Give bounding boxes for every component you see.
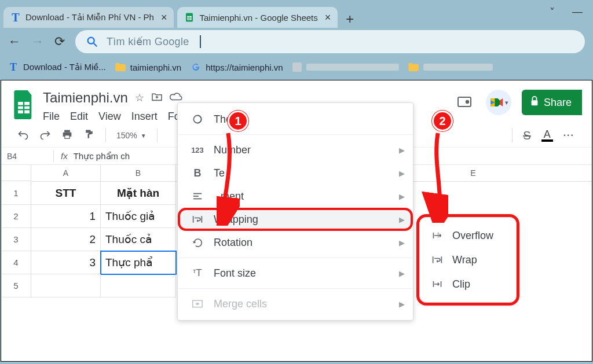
sheets-favicon [184,12,195,23]
bookmark-label: Download - Tải Miề... [23,62,106,72]
select-all-cell[interactable] [1,165,31,181]
column-header[interactable]: A [31,165,101,181]
formula-input[interactable]: Thực phẩm ch [74,151,130,161]
menu-item-number[interactable]: 123 Number ▶ [178,138,413,161]
divider [178,288,413,289]
menu-item-rotation[interactable]: Rotation ▶ [178,231,413,254]
menu-item-label: Overflow [452,230,493,242]
bookmark-link[interactable]: T Download - Tải Miề... [8,62,106,72]
text-cursor [200,35,201,48]
nav-reload-icon[interactable]: ⟳ [54,34,65,49]
callout-badge-1: 1 [228,111,248,131]
menu-item-theme[interactable]: Theme [178,108,413,131]
share-label: Share [544,97,572,109]
wrapping-submenu: Overflow Wrap Clip [419,217,517,303]
address-bar[interactable]: Tìm kiếm Google [75,30,585,53]
number-icon: 123 [191,146,204,155]
name-box[interactable]: B4 [1,152,46,161]
meet-button[interactable]: ▾ [486,90,511,115]
clip-icon [430,280,444,288]
cell[interactable]: Mặt hàn [101,182,176,205]
paint-format-icon[interactable] [83,128,95,142]
nav-forward-icon: → [31,34,44,49]
svg-rect-13 [65,135,69,139]
submenu-arrow-icon: ▶ [399,146,405,155]
window-minimize-icon[interactable]: — [572,6,583,19]
move-folder-icon[interactable] [151,92,163,104]
cell[interactable]: STT [31,182,101,205]
window-minimize-icon[interactable]: ˅ [550,6,555,19]
new-tab-button[interactable]: + [341,10,358,28]
row-header[interactable]: 5 [1,274,31,297]
submenu-arrow-icon: ▶ [399,238,405,247]
close-icon[interactable]: × [161,12,167,24]
menu-item-label: Font size [214,267,256,280]
menu-file[interactable]: File [43,111,60,123]
submenu-arrow-icon: ▶ [399,192,405,201]
menu-item-label: Number [214,144,251,156]
sheets-logo[interactable] [12,90,36,120]
column-header[interactable]: E [412,165,534,181]
column-header[interactable]: B [101,165,176,181]
undo-icon[interactable] [17,129,29,142]
bookmark-link[interactable] [292,62,399,72]
cell[interactable] [31,274,101,297]
svg-rect-10 [532,100,538,105]
cell[interactable]: Thuốc cả [101,228,176,251]
menu-item-label: Wrapping [214,214,258,226]
menu-item-fontsize[interactable]: тT Font size ▶ [178,262,413,285]
page-icon [292,62,302,72]
folder-icon [115,62,126,72]
print-icon[interactable] [61,129,73,142]
text-color-icon[interactable]: A [541,129,553,142]
fontsize-icon: тT [191,267,204,279]
bookmark-link[interactable] [408,62,493,72]
wrap-icon [191,215,204,224]
align-icon [191,192,204,200]
menu-item-label: Clip [452,278,470,291]
svg-point-5 [88,38,94,44]
browser-tab[interactable]: T Download - Tải Miễn Phí VN - Ph × [3,7,174,28]
more-toolbar-icon[interactable]: ··· [563,130,574,141]
menu-insert[interactable]: Insert [131,111,158,123]
redo-icon[interactable] [39,129,51,142]
divider [178,258,413,258]
bookmark-folder[interactable]: taimienphi.vn [115,62,181,72]
browser-tab[interactable]: Taimienphi.vn - Google Sheets × [177,7,338,28]
bookmark-link[interactable]: https://taimienphi.vn [191,62,283,72]
cell[interactable]: 2 [31,228,101,251]
menu-item-alignment[interactable]: Ament ▶ [178,185,413,208]
close-icon[interactable]: × [325,12,331,24]
search-placeholder: Tìm kiếm Google [107,35,189,48]
doc-title[interactable]: Taimienphi.vn [43,90,128,106]
svg-line-6 [94,43,97,47]
cell[interactable]: 3 [31,251,101,274]
row-header[interactable]: 3 [1,228,31,251]
menu-item-label: Wrap [452,254,477,266]
strikethrough-icon[interactable]: S [523,129,530,142]
row-header[interactable]: 4 [1,251,31,274]
search-icon [86,35,98,48]
svg-rect-4 [189,16,190,20]
menu-edit[interactable]: Edit [70,111,88,123]
submenu-item-overflow[interactable]: Overflow [420,223,516,248]
menu-item-label: Merge cells [214,298,267,310]
menu-item-text[interactable]: B Te ▶ [178,161,413,185]
star-icon[interactable]: ☆ [135,91,144,104]
row-header[interactable]: 1 [1,182,31,205]
menu-view[interactable]: View [98,111,121,123]
nav-back-icon[interactable]: ← [8,34,21,49]
cell[interactable]: 1 [31,205,101,228]
cell[interactable]: Thuốc giả [101,205,176,228]
format-dropdown-menu: Theme 123 Number ▶ B Te ▶ Ament ▶ Wrappi… [177,102,413,321]
cell[interactable] [101,274,176,297]
zoom-selector[interactable]: 150% ▼ [116,131,147,140]
activity-icon[interactable] [453,91,475,113]
submenu-item-clip[interactable]: Clip [420,272,516,296]
cell[interactable]: Thực phẩ [101,251,176,274]
row-header[interactable]: 2 [1,205,31,228]
divider [178,134,413,135]
share-button[interactable]: Share [522,90,582,115]
menu-item-wrapping[interactable]: Wrapping ▶ [178,208,413,231]
submenu-item-wrap[interactable]: Wrap [420,248,516,272]
